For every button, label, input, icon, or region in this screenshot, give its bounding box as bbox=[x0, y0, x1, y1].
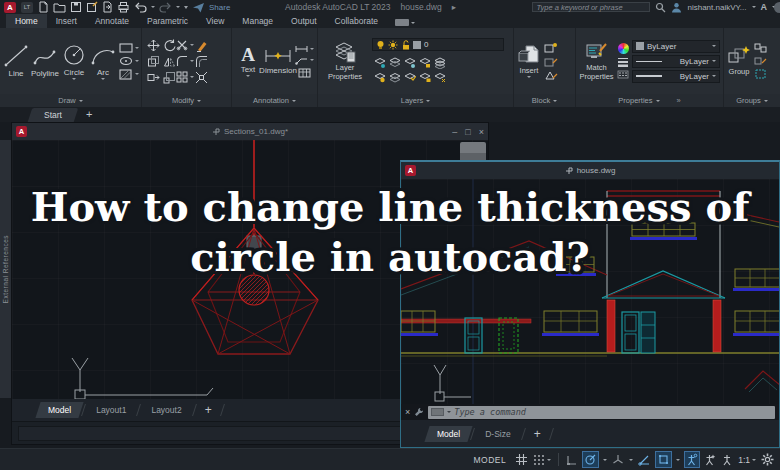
linetype-dropdown[interactable]: ByLayer bbox=[632, 70, 720, 83]
start-tab[interactable]: Start bbox=[30, 108, 76, 122]
annotation-scale-person-icon[interactable] bbox=[721, 453, 733, 466]
object-snap-tracking-icon[interactable] bbox=[638, 454, 651, 466]
offset-icon[interactable] bbox=[195, 55, 208, 68]
properties-panel-label[interactable]: Properties» bbox=[576, 94, 723, 107]
linetype-icon[interactable] bbox=[617, 70, 629, 79]
tab-insert[interactable]: Insert bbox=[47, 14, 86, 28]
ortho-mode-icon[interactable] bbox=[566, 454, 578, 466]
block-panel-label[interactable]: Block bbox=[514, 94, 575, 107]
layer-freeze-tool-icon[interactable] bbox=[403, 57, 416, 69]
copy-icon[interactable] bbox=[147, 55, 160, 68]
layer-properties-button[interactable]: LayerProperties bbox=[321, 41, 369, 81]
tab-layout2[interactable]: Layout2 bbox=[141, 402, 191, 418]
stretch-icon[interactable] bbox=[147, 71, 160, 84]
new-drawing-tab-button[interactable]: + bbox=[86, 109, 92, 122]
text-tool[interactable]: A Text bbox=[235, 45, 261, 77]
lineweight-icon[interactable] bbox=[617, 57, 629, 67]
group-selection-icon[interactable] bbox=[754, 69, 767, 79]
object-snap-toggle[interactable] bbox=[656, 452, 671, 467]
command-dropdown-icon[interactable] bbox=[447, 411, 451, 413]
open-folder-icon[interactable] bbox=[53, 2, 66, 13]
isometric-dropdown-icon[interactable] bbox=[629, 459, 633, 461]
tab-layout1[interactable]: Layout1 bbox=[86, 402, 136, 418]
ellipse-tool[interactable] bbox=[119, 56, 139, 66]
search-box[interactable] bbox=[532, 2, 650, 12]
qat-customize-icon[interactable] bbox=[184, 6, 188, 9]
dimension-tool[interactable]: Dimension bbox=[264, 47, 292, 75]
properties-dialog-launcher[interactable]: » bbox=[677, 96, 681, 105]
erase-icon[interactable] bbox=[195, 39, 208, 52]
layer-lock-tool-icon[interactable] bbox=[418, 57, 431, 69]
group-edit-icon[interactable] bbox=[754, 56, 767, 66]
model-space-indicator[interactable]: MODEL bbox=[473, 455, 506, 465]
save-icon[interactable] bbox=[70, 1, 82, 13]
rotate-icon[interactable] bbox=[163, 39, 176, 52]
customization-gear-icon[interactable] bbox=[761, 453, 774, 466]
modify-panel-label[interactable]: Modify bbox=[142, 94, 231, 107]
polar-dropdown-icon[interactable] bbox=[603, 459, 607, 461]
layer-thaw-icon[interactable] bbox=[388, 71, 401, 83]
layer-unisolate-icon[interactable] bbox=[388, 57, 401, 69]
share-label[interactable]: Share bbox=[209, 3, 230, 12]
help-corner-icon[interactable] bbox=[774, 2, 780, 13]
rectangle-tool[interactable] bbox=[119, 43, 139, 53]
user-avatar-icon[interactable] bbox=[671, 2, 682, 13]
tab-d-size[interactable]: D-Size bbox=[475, 426, 521, 442]
sections-title-bar[interactable]: A Sections_01.dwg* – □ × bbox=[12, 123, 488, 140]
tab-output[interactable]: Output bbox=[282, 14, 326, 28]
export-icon[interactable] bbox=[102, 1, 113, 13]
osnap-dropdown-icon[interactable] bbox=[676, 459, 680, 461]
autoscale-icon[interactable] bbox=[704, 453, 716, 466]
match-properties-button[interactable]: MatchProperties bbox=[579, 41, 614, 81]
leader-tool[interactable] bbox=[295, 56, 314, 65]
recent-commands-icon[interactable] bbox=[431, 408, 444, 416]
tab-model-2[interactable]: Model bbox=[427, 426, 470, 442]
lineweight-dropdown[interactable]: ByLayer bbox=[632, 55, 720, 68]
command-input[interactable] bbox=[454, 407, 772, 417]
table-icon[interactable] bbox=[295, 68, 314, 78]
autodesk-account-icon[interactable]: A bbox=[761, 2, 768, 12]
group-button[interactable]: Group bbox=[727, 45, 751, 77]
create-block-icon[interactable] bbox=[544, 42, 558, 53]
circle-tool[interactable]: Circle bbox=[61, 43, 87, 80]
arc-dropdown-icon[interactable] bbox=[101, 78, 105, 80]
save-as-icon[interactable] bbox=[86, 1, 98, 13]
tab-model-1[interactable]: Model bbox=[38, 402, 81, 418]
search-icon[interactable] bbox=[655, 2, 666, 13]
color-wheel-icon[interactable] bbox=[618, 43, 629, 54]
close-button[interactable]: × bbox=[479, 127, 484, 137]
polyline-tool[interactable]: Polyline bbox=[32, 44, 58, 78]
block-attributes-icon[interactable] bbox=[544, 70, 558, 81]
grid-display-icon[interactable] bbox=[515, 453, 528, 466]
command-close-button[interactable]: × bbox=[405, 407, 410, 417]
ribbon-display-toggle[interactable] bbox=[395, 19, 415, 26]
tab-manage[interactable]: Manage bbox=[233, 14, 282, 28]
line-tool[interactable]: Line bbox=[3, 44, 29, 78]
isometric-drafting-icon[interactable] bbox=[612, 454, 624, 466]
undo-dropdown-icon[interactable] bbox=[151, 6, 155, 8]
tab-annotate[interactable]: Annotate bbox=[86, 14, 138, 28]
tab-home[interactable]: Home bbox=[6, 14, 47, 28]
draw-panel-label[interactable]: Draw bbox=[0, 94, 141, 107]
layer-select-dropdown[interactable]: 0 bbox=[372, 38, 504, 51]
scale-icon[interactable] bbox=[163, 71, 176, 84]
layers-panel-label[interactable]: Layers bbox=[318, 94, 513, 107]
polar-tracking-toggle[interactable] bbox=[583, 452, 598, 467]
annotation-panel-label[interactable]: Annotation bbox=[232, 94, 317, 107]
tab-view[interactable]: View bbox=[197, 14, 233, 28]
trim-tool[interactable] bbox=[176, 39, 194, 51]
hatch-tool[interactable] bbox=[119, 69, 139, 80]
arc-tool[interactable]: Arc bbox=[90, 43, 116, 80]
customize-wrench-icon[interactable] bbox=[414, 407, 424, 417]
mirror-icon[interactable] bbox=[163, 55, 176, 68]
text-dropdown-icon[interactable] bbox=[246, 75, 250, 77]
redo-icon[interactable] bbox=[159, 2, 172, 13]
new-layout-button-1[interactable]: + bbox=[197, 403, 220, 417]
groups-panel-label[interactable]: Groups bbox=[724, 94, 780, 107]
insert-block-button[interactable]: Insert bbox=[517, 44, 541, 79]
layer-match-icon[interactable] bbox=[433, 57, 446, 69]
command-input-bar[interactable] bbox=[428, 406, 775, 419]
maximize-button[interactable]: □ bbox=[465, 127, 470, 137]
minimize-button[interactable]: – bbox=[452, 127, 457, 137]
annotation-scale-dropdown[interactable]: 1:1 bbox=[738, 455, 756, 465]
